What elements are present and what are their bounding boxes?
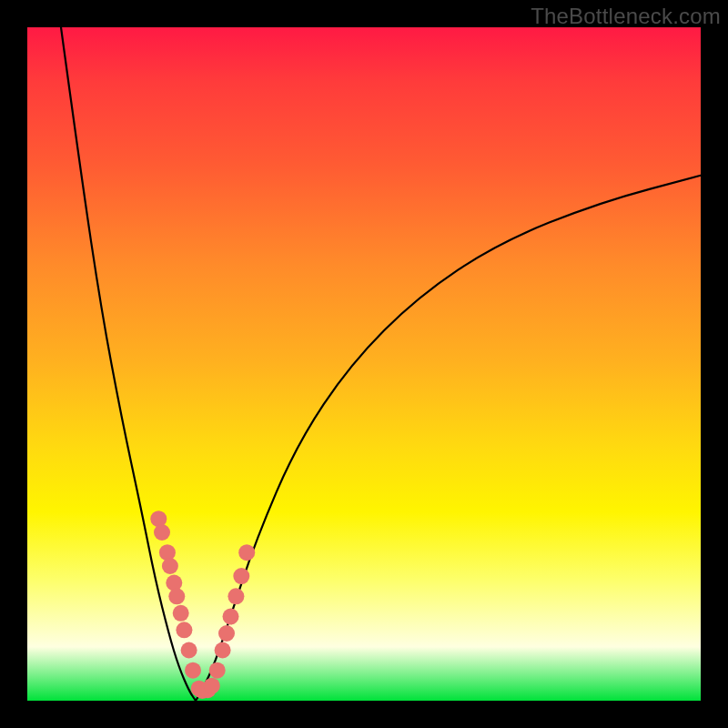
outer-frame: TheBottleneck.com: [0, 0, 728, 728]
data-dot: [209, 662, 226, 679]
data-dot: [173, 605, 189, 622]
data-dot: [233, 568, 249, 584]
data-dot: [176, 622, 192, 638]
curve-group: [61, 27, 701, 701]
data-dot: [228, 588, 244, 604]
data-dot: [204, 678, 220, 694]
watermark-text: TheBottleneck.com: [531, 4, 721, 29]
data-dot: [159, 544, 176, 561]
data-dot: [168, 588, 185, 604]
data-dots-group: [150, 511, 255, 699]
data-dot: [238, 544, 255, 561]
data-dot: [162, 558, 178, 574]
data-dot: [166, 575, 182, 592]
data-dot: [185, 662, 201, 679]
data-dot: [215, 642, 231, 659]
data-dot: [154, 524, 170, 541]
data-dot: [218, 625, 235, 642]
chart-overlay: [27, 27, 701, 701]
data-dot: [223, 609, 239, 625]
data-dot: [181, 642, 197, 659]
bottleneck-curve-right: [196, 176, 701, 701]
